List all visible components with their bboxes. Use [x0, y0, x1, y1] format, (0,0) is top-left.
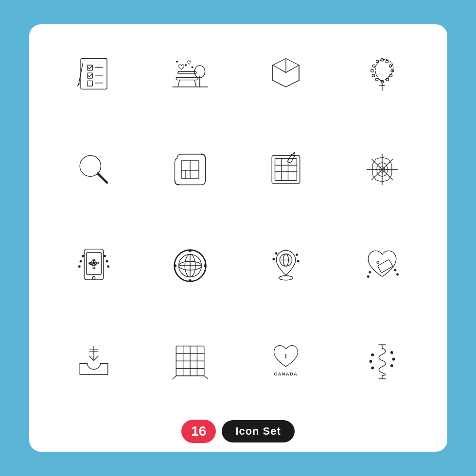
svg-line-118 — [173, 376, 176, 379]
svg-line-23 — [273, 80, 286, 87]
svg-point-89 — [189, 279, 191, 282]
svg-marker-54 — [293, 152, 296, 154]
heart-tag-icon — [341, 225, 423, 306]
svg-line-21 — [286, 65, 299, 72]
svg-rect-12 — [178, 71, 196, 74]
svg-point-104 — [394, 269, 396, 271]
inbox-download-icon — [53, 321, 135, 403]
svg-rect-75 — [97, 262, 99, 264]
svg-rect-5 — [88, 81, 93, 86]
svg-line-42 — [98, 173, 107, 183]
svg-point-131 — [371, 367, 374, 370]
main-card: </> — [29, 24, 447, 452]
svg-point-16 — [185, 64, 186, 66]
svg-rect-11 — [176, 77, 198, 80]
icons-grid: </> — [53, 33, 423, 402]
svg-point-30 — [386, 78, 388, 81]
badge-label: Icon Set — [222, 420, 295, 442]
rosary-icon — [341, 33, 423, 115]
svg-rect-100 — [377, 259, 392, 273]
svg-point-128 — [390, 365, 393, 367]
badge-number: 16 — [181, 420, 216, 443]
tablet-plan-icon — [246, 129, 327, 211]
svg-point-37 — [372, 65, 375, 67]
spider-web-icon — [341, 129, 423, 211]
svg-rect-73 — [93, 267, 95, 269]
svg-point-99 — [298, 260, 300, 262]
svg-point-101 — [376, 261, 379, 264]
svg-point-81 — [104, 255, 106, 257]
svg-point-102 — [369, 271, 371, 273]
svg-point-129 — [371, 354, 374, 357]
svg-rect-0 — [81, 58, 107, 89]
canada-heart-icon: I CANADA — [246, 321, 327, 403]
svg-point-91 — [204, 264, 206, 267]
svg-point-18 — [176, 61, 177, 62]
svg-text:I: I — [285, 353, 287, 360]
svg-point-98 — [296, 254, 298, 255]
svg-line-22 — [273, 65, 286, 72]
svg-point-126 — [390, 352, 393, 354]
svg-point-103 — [367, 275, 369, 277]
svg-line-13 — [178, 80, 180, 86]
svg-point-77 — [79, 266, 81, 268]
svg-point-127 — [392, 358, 395, 361]
svg-point-88 — [189, 249, 191, 252]
svg-point-90 — [174, 264, 176, 267]
svg-point-80 — [82, 255, 84, 257]
svg-point-95 — [279, 275, 293, 280]
svg-point-97 — [273, 258, 275, 260]
svg-point-40 — [375, 78, 378, 81]
svg-rect-47 — [272, 155, 300, 184]
svg-point-33 — [389, 65, 391, 67]
svg-point-71 — [93, 262, 95, 264]
checklist-icon — [53, 33, 135, 115]
location-world-icon — [246, 225, 327, 306]
svg-point-36 — [376, 60, 378, 63]
svg-point-39 — [372, 74, 374, 77]
park-bench-icon — [149, 33, 231, 115]
svg-line-14 — [194, 80, 196, 86]
cube-icon — [246, 33, 327, 115]
blueprint-icon — [149, 129, 231, 211]
svg-point-130 — [370, 360, 372, 363]
svg-point-79 — [107, 266, 109, 268]
mobile-dev-icon: </> — [53, 225, 135, 306]
svg-point-105 — [396, 273, 398, 275]
globe-porthole-icon — [149, 225, 231, 306]
svg-point-17 — [192, 67, 193, 68]
svg-line-24 — [286, 80, 299, 87]
svg-point-96 — [276, 253, 278, 255]
svg-point-78 — [106, 260, 108, 262]
svg-text:CANADA: CANADA — [274, 372, 298, 376]
svg-point-76 — [80, 260, 82, 262]
svg-point-38 — [370, 69, 373, 72]
svg-line-119 — [204, 376, 208, 379]
svg-point-34 — [386, 60, 388, 63]
svg-point-68 — [93, 276, 95, 279]
svg-rect-48 — [275, 159, 297, 181]
spring-coil-icon — [341, 321, 423, 403]
search-icon — [53, 129, 135, 211]
grid-door-icon — [149, 321, 231, 403]
badge-area: 16 Icon Set — [181, 420, 295, 443]
